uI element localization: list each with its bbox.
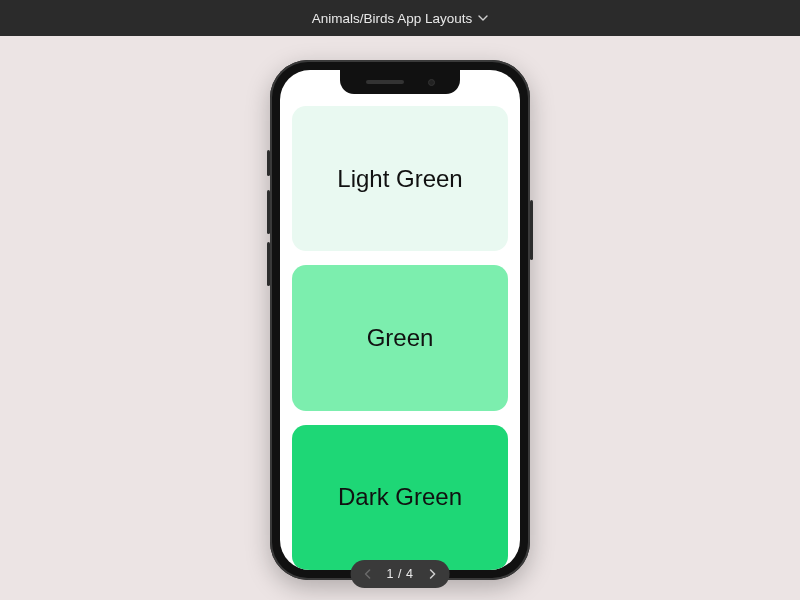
- phone-side-button: [267, 190, 270, 234]
- color-card-dark-green[interactable]: Dark Green: [292, 425, 508, 570]
- phone-side-button: [267, 150, 270, 176]
- pager: 1 / 4: [351, 560, 450, 588]
- pager-count: 1 / 4: [387, 567, 414, 581]
- phone-mockup: Light Green Green Dark Green: [270, 60, 530, 580]
- card-label: Dark Green: [338, 483, 462, 511]
- phone-side-button: [530, 200, 533, 260]
- pager-next-button[interactable]: [423, 565, 441, 583]
- speaker-icon: [366, 80, 404, 84]
- card-list[interactable]: Light Green Green Dark Green: [292, 106, 508, 570]
- phone-side-button: [267, 242, 270, 286]
- color-card-light-green[interactable]: Light Green: [292, 106, 508, 251]
- pager-prev-button[interactable]: [359, 565, 377, 583]
- preview-stage: Light Green Green Dark Green 1 / 4: [0, 36, 800, 600]
- chevron-right-icon: [428, 569, 436, 579]
- header-title: Animals/Birds App Layouts: [312, 11, 473, 26]
- camera-icon: [428, 79, 435, 86]
- phone-screen: Light Green Green Dark Green: [280, 70, 520, 570]
- header-dropdown[interactable]: Animals/Birds App Layouts: [0, 0, 800, 36]
- phone-notch: [340, 70, 460, 94]
- color-card-green[interactable]: Green: [292, 265, 508, 410]
- card-label: Light Green: [337, 165, 462, 193]
- chevron-left-icon: [364, 569, 372, 579]
- chevron-down-icon: [478, 13, 488, 23]
- card-label: Green: [367, 324, 434, 352]
